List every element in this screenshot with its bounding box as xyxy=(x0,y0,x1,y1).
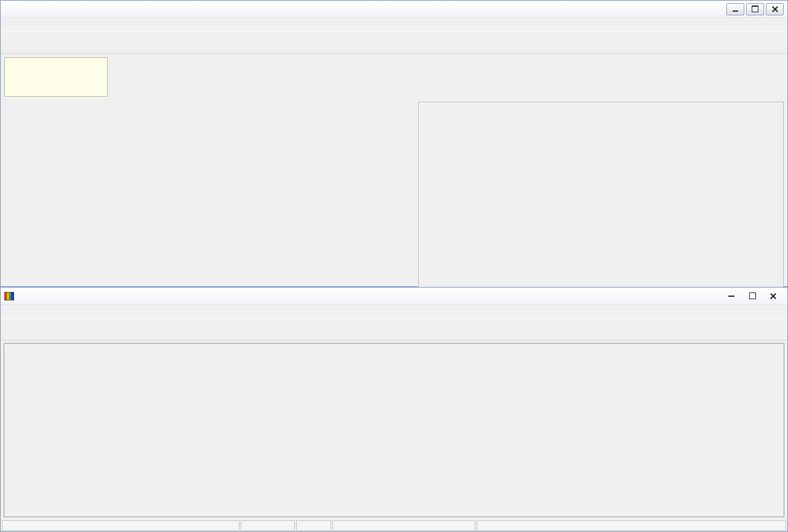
irtac-app-icon xyxy=(4,4,14,14)
spectrum-chart-panel xyxy=(4,343,784,517)
respect-menubar xyxy=(1,305,787,318)
irtac-toolbar xyxy=(1,31,787,54)
minimize-icon xyxy=(733,10,738,12)
irtac-minimize-button[interactable] xyxy=(726,3,744,15)
close-icon xyxy=(772,6,778,12)
pulse-width-panel xyxy=(4,57,108,97)
status-cell-2 xyxy=(241,520,295,531)
status-cell-5 xyxy=(476,520,786,531)
respect-toolbar xyxy=(1,318,787,341)
irtac-menubar xyxy=(1,18,787,31)
respect-minimize-button[interactable] xyxy=(721,289,742,303)
respect-close-button[interactable] xyxy=(763,289,784,303)
interferometric-autocorrelation-chart[interactable] xyxy=(4,102,414,288)
maximize-icon xyxy=(752,6,758,12)
minimize-icon xyxy=(728,296,734,297)
respect-window xyxy=(0,287,788,532)
status-cell-1 xyxy=(2,520,239,531)
status-cell-3 xyxy=(296,520,331,531)
respect-app-icon xyxy=(4,292,14,300)
respect-statusbar xyxy=(1,520,787,531)
irtac-window xyxy=(0,0,788,287)
result-row xyxy=(4,57,784,97)
autocorrelation-charts-row xyxy=(4,102,784,288)
intensity-autocorrelation-chart[interactable] xyxy=(418,102,784,288)
irtac-titlebar[interactable] xyxy=(1,1,787,18)
respect-maximize-button[interactable] xyxy=(742,289,763,303)
irtac-maximize-button[interactable] xyxy=(746,3,764,15)
close-icon xyxy=(770,293,776,299)
respect-titlebar[interactable] xyxy=(1,288,787,305)
irtac-close-button[interactable] xyxy=(766,3,784,15)
status-message xyxy=(332,520,475,531)
pulse-width-value-banner xyxy=(109,57,784,97)
maximize-icon xyxy=(749,292,756,299)
